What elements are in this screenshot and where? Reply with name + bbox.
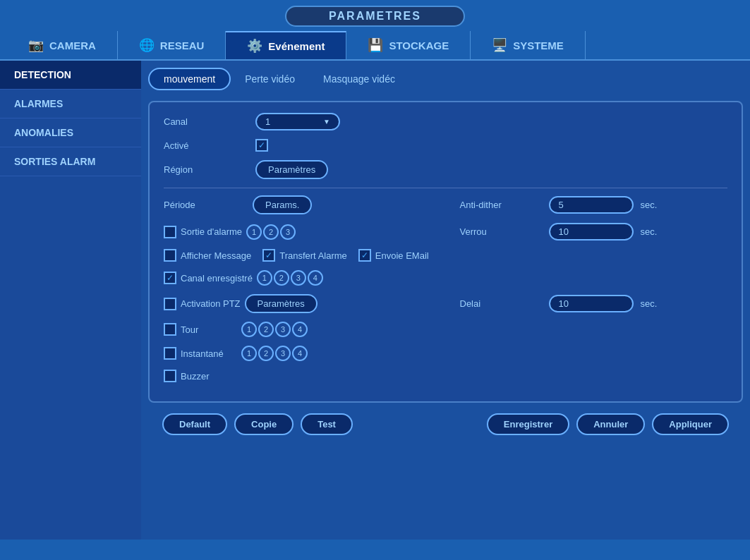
canal-enr-group: Canal enresgistré 1 2 3 4 (164, 270, 323, 286)
region-params-button[interactable]: Paramètres (255, 160, 328, 179)
tour-circle-3[interactable]: 3 (275, 322, 291, 337)
sortie-alarme-checkbox[interactable] (164, 226, 176, 238)
tour-label: Tour (181, 324, 237, 335)
nav-reseau[interactable]: 🌐 RESEAU (118, 31, 226, 59)
top-nav: 📷 CAMERA 🌐 RESEAU ⚙️ Evénement 💾 STOCKAG… (0, 31, 750, 61)
default-button[interactable]: Default (162, 413, 227, 435)
delai-input[interactable]: 10 (549, 295, 634, 312)
sub-tabs: mouvement Perte vidéo Masquage vidéc (148, 68, 743, 90)
anti-dither-input[interactable]: 5 (549, 196, 634, 214)
enregistrer-button[interactable]: Enregistrer (487, 413, 569, 435)
periode-label: Période (164, 200, 248, 210)
delai-group: Delai 10 sec. (460, 295, 728, 312)
num-circle-2[interactable]: 2 (263, 224, 279, 240)
canal-enr-circle-1[interactable]: 1 (257, 270, 272, 286)
main-layout: DETECTION ALARMES ANOMALIES SORTIES ALAR… (0, 61, 750, 540)
reseau-icon: 🌐 (139, 37, 155, 53)
region-row: Région Paramètres (164, 160, 727, 179)
activation-delai-row: Activation PTZ Paramètres Delai 10 sec. (164, 294, 727, 313)
stockage-icon: 💾 (368, 37, 383, 53)
copie-button[interactable]: Copie (234, 413, 294, 435)
instantane-circle-1[interactable]: 1 (241, 346, 257, 361)
active-checkbox[interactable] (255, 139, 268, 152)
evenement-icon: ⚙️ (247, 38, 262, 54)
active-label: Activé (164, 140, 248, 151)
instantane-checkbox[interactable] (164, 347, 176, 360)
sidebar: DETECTION ALARMES ANOMALIES SORTIES ALAR… (0, 61, 141, 540)
activation-params-button[interactable]: Paramètres (245, 294, 317, 313)
delai-label: Delai (460, 298, 545, 309)
instantane-circle-3[interactable]: 3 (275, 346, 291, 361)
page-title: PARAMETRES (285, 6, 465, 27)
transfert-checkbox[interactable] (262, 249, 275, 262)
activation-ptz-label: Activation PTZ (181, 298, 241, 309)
tour-checkbox[interactable] (164, 323, 176, 336)
canal-enr-circle-3[interactable]: 3 (291, 270, 306, 286)
instantane-group: Instantané 1 2 3 4 (164, 346, 308, 361)
instantane-circles: 1 2 3 4 (241, 346, 308, 361)
tab-mouvement[interactable]: mouvement (148, 68, 231, 90)
afficher-msg-group: Afficher Message (164, 249, 251, 262)
sidebar-item-detection[interactable]: DETECTION (0, 61, 141, 90)
canal-enr-row: Canal enresgistré 1 2 3 4 (164, 270, 727, 286)
test-button[interactable]: Test (301, 413, 353, 435)
tour-circle-2[interactable]: 2 (258, 322, 274, 337)
envoie-group: Envoie EMail (358, 249, 429, 262)
sidebar-item-alarmes[interactable]: ALARMES (0, 90, 141, 118)
annuler-button[interactable]: Annuler (576, 413, 645, 435)
canal-enr-circle-2[interactable]: 2 (274, 270, 289, 286)
region-label: Région (164, 164, 248, 175)
nav-evenement[interactable]: ⚙️ Evénement (226, 31, 346, 59)
sidebar-item-sorties-alarm[interactable]: SORTIES ALARM (0, 147, 141, 176)
canal-row: Canal 1 ▼ (164, 113, 727, 130)
envoie-label: Envoie EMail (375, 250, 429, 261)
sec2-label: sec. (641, 226, 658, 237)
canal-enr-label: Canal enresgistré (181, 273, 253, 284)
sec1-label: sec. (641, 200, 658, 210)
tab-masquage-video[interactable]: Masquage vidéc (309, 69, 409, 89)
afficher-msg-checkbox[interactable] (164, 249, 176, 262)
sortie-group: Sortie d'alarme 1 2 3 (164, 224, 432, 240)
afficher-transfert-envoie-row: Afficher Message Transfert Alarme Envoie… (164, 249, 727, 262)
buzzer-row: Buzzer (164, 370, 727, 382)
appliquer-button[interactable]: Appliquer (652, 413, 729, 435)
num-circle-1[interactable]: 1 (246, 224, 262, 240)
periode-params-button[interactable]: Params. (253, 195, 312, 214)
nav-systeme[interactable]: 🖥️ SYSTEME (471, 31, 586, 59)
buzzer-checkbox[interactable] (164, 370, 176, 382)
verrou-input[interactable]: 10 (549, 223, 634, 241)
activation-ptz-checkbox[interactable] (164, 298, 176, 310)
antidither-group: Anti-dither 5 sec. (460, 196, 728, 214)
activation-ptz-group: Activation PTZ Paramètres (164, 294, 432, 313)
canal-enr-circle-4[interactable]: 4 (308, 270, 323, 286)
instantane-circle-2[interactable]: 2 (258, 346, 274, 361)
sidebar-item-anomalies[interactable]: ANOMALIES (0, 118, 141, 147)
periode-group: Période Params. (164, 195, 432, 214)
title-bar: PARAMETRES (0, 0, 750, 31)
buzzer-group: Buzzer (164, 370, 209, 382)
tour-circle-1[interactable]: 1 (241, 322, 257, 337)
verrou-label: Verrou (460, 226, 545, 237)
active-row: Activé (164, 139, 727, 152)
tour-row: Tour 1 2 3 4 (164, 322, 727, 337)
instantane-circle-4[interactable]: 4 (292, 346, 308, 361)
canal-dropdown[interactable]: 1 ▼ (255, 113, 340, 130)
afficher-msg-label: Afficher Message (181, 250, 251, 261)
tab-perte-video[interactable]: Perte vidéo (231, 69, 309, 89)
verrou-group: Verrou 10 sec. (460, 223, 728, 241)
tour-group: Tour 1 2 3 4 (164, 322, 308, 337)
transfert-label: Transfert Alarme (279, 250, 347, 261)
camera-icon: 📷 (28, 37, 44, 53)
nav-camera[interactable]: 📷 CAMERA (7, 31, 118, 59)
canal-enr-checkbox[interactable] (164, 272, 176, 284)
btn-group-right: Enregistrer Annuler Appliquer (487, 413, 729, 435)
num-circle-3[interactable]: 3 (280, 224, 296, 240)
periode-antidither-row: Période Params. Anti-dither 5 sec. (164, 195, 727, 214)
envoie-email-checkbox[interactable] (358, 249, 371, 262)
form-panel: Canal 1 ▼ Activé Région Paramètres (148, 101, 743, 403)
sortie-num-circles: 1 2 3 (246, 224, 296, 240)
transfert-group: Transfert Alarme (262, 249, 347, 262)
nav-stockage[interactable]: 💾 STOCKAGE (346, 31, 471, 59)
tour-circle-4[interactable]: 4 (292, 322, 308, 337)
content-area: mouvement Perte vidéo Masquage vidéc Can… (141, 61, 750, 540)
